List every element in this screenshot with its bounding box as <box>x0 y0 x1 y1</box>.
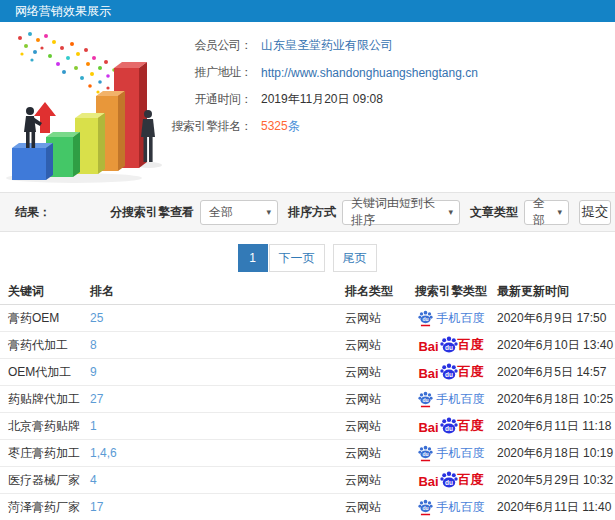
svg-text:du: du <box>422 451 428 457</box>
keyword-cell: OEM代加工 <box>0 364 90 381</box>
table-row: 菏泽膏药厂家 17 云网站 du <box>0 494 615 520</box>
svg-text:du: du <box>422 397 428 403</box>
rank-type-cell: 云网站 <box>345 364 405 381</box>
table-row: OEM代加工 9 云网站 Bai du <box>0 359 615 386</box>
company-link[interactable]: 山东皇圣堂药业有限公司 <box>261 37 393 54</box>
article-type-select[interactable]: 全部 ▾ <box>524 200 569 225</box>
info-row-url: 推广地址： http://www.shandonghuangshengtang.… <box>170 59 615 86</box>
rank-type-cell: 云网站 <box>345 310 405 327</box>
updated-time-cell: 2020年6月10日 13:40 <box>497 337 615 354</box>
keyword-cell: 医疗器械厂家 <box>0 472 90 489</box>
rank-link[interactable]: 25 <box>90 311 103 325</box>
baidu-paw-icon: du <box>440 363 458 381</box>
table-row: 北京膏药贴牌 1 云网站 Bai du <box>0 413 615 440</box>
rank-link[interactable]: 1 <box>90 419 97 433</box>
next-page-button[interactable]: 下一页 <box>269 244 325 272</box>
keyword-cell: 药贴牌代加工 <box>0 391 90 408</box>
baidu-logo: Bai du 百度 <box>418 417 483 435</box>
page-1-button[interactable]: 1 <box>238 244 268 272</box>
rank-link[interactable]: 9 <box>90 365 97 379</box>
results-table: 关键词 排名 排名类型 搜索引擎类型 最新更新时间 膏药OEM 25 云网站 <box>0 278 615 520</box>
svg-text:du: du <box>445 479 453 486</box>
keyword-cell: 膏药OEM <box>0 310 90 327</box>
submit-button[interactable]: 提交 <box>579 200 611 225</box>
rank-link[interactable]: 8 <box>90 338 97 352</box>
engine-select[interactable]: 全部 ▾ <box>200 200 278 225</box>
engine-cell: du 手机百度 <box>405 499 497 516</box>
last-page-button[interactable]: 尾页 <box>333 244 377 272</box>
rank-type-cell: 云网站 <box>345 445 405 462</box>
rank-type-cell: 云网站 <box>345 499 405 516</box>
up-arrow-icon <box>34 102 56 133</box>
info-section: 会员公司： 山东皇圣堂药业有限公司 推广地址： http://www.shand… <box>0 22 615 192</box>
col-header-rank: 排名 <box>90 283 345 300</box>
baidu-paw-icon: du <box>418 310 433 327</box>
promo-url-link[interactable]: http://www.shandonghuangshengtang.cn <box>261 66 478 80</box>
baidu-paw-icon: du <box>440 417 458 435</box>
bar-blue <box>12 143 53 180</box>
engine-cell: Bai du 百度 <box>405 417 497 435</box>
col-header-rank-type: 排名类型 <box>345 283 405 300</box>
engine-cell: Bai du 百度 <box>405 471 497 489</box>
page-title: 网络营销效果展示 <box>15 4 111 18</box>
baidu-logo: Bai du 百度 <box>418 363 483 381</box>
engine-cell: du 手机百度 <box>405 310 497 327</box>
keyword-cell: 北京膏药贴牌 <box>0 418 90 435</box>
updated-time-cell: 2020年6月18日 10:25 <box>497 391 615 408</box>
engine-cell: Bai du 百度 <box>405 363 497 381</box>
table-row: 膏药OEM 25 云网站 du <box>0 305 615 332</box>
confetti-dots <box>18 32 118 94</box>
mobile-baidu-badge: du 手机百度 <box>418 310 485 327</box>
baidu-paw-icon: du <box>418 445 433 462</box>
rank-type-cell: 云网站 <box>345 472 405 489</box>
updated-time-cell: 2020年6月9日 17:50 <box>497 310 615 327</box>
svg-text:du: du <box>422 505 428 511</box>
table-header-row: 关键词 排名 排名类型 搜索引擎类型 最新更新时间 <box>0 278 615 305</box>
engine-cell: du 手机百度 <box>405 391 497 408</box>
article-type-label: 文章类型 <box>470 204 518 221</box>
updated-time-cell: 2020年6月11日 11:40 <box>497 499 615 516</box>
svg-text:du: du <box>445 371 453 378</box>
mobile-baidu-badge: du 手机百度 <box>418 391 485 408</box>
table-row: 医疗器械厂家 4 云网站 Bai du <box>0 467 615 494</box>
open-time-value: 2019年11月20日 09:08 <box>261 91 383 108</box>
chevron-down-icon: ▾ <box>551 207 562 217</box>
updated-time-cell: 2020年6月11日 11:18 <box>497 418 615 435</box>
baidu-paw-icon: du <box>440 471 458 489</box>
engine-filter-label: 分搜索引擎查看 <box>110 204 194 221</box>
chevron-down-icon: ▾ <box>260 207 271 217</box>
keyword-cell: 菏泽膏药厂家 <box>0 499 90 516</box>
rank-link[interactable]: 17 <box>90 500 103 514</box>
sort-select[interactable]: 关键词由短到长排序 ▾ <box>342 200 460 225</box>
rank-link[interactable]: 1,4,6 <box>90 446 117 460</box>
svg-text:du: du <box>445 425 453 432</box>
promo-url-label: 推广地址： <box>170 64 252 81</box>
rank-link[interactable]: 27 <box>90 392 103 406</box>
engine-cell: du 手机百度 <box>405 445 497 462</box>
growth-chart-image <box>2 30 168 188</box>
svg-text:du: du <box>422 316 428 322</box>
rank-link[interactable]: 4 <box>90 473 97 487</box>
col-header-keyword: 关键词 <box>0 283 90 300</box>
sort-filter-label: 排序方式 <box>288 204 336 221</box>
rank-type-cell: 云网站 <box>345 418 405 435</box>
info-rows: 会员公司： 山东皇圣堂药业有限公司 推广地址： http://www.shand… <box>170 22 615 192</box>
keyword-cell: 枣庄膏药加工 <box>0 445 90 462</box>
engine-cell: Bai du 百度 <box>405 336 497 354</box>
filter-controls: 分搜索引擎查看 全部 ▾ 排序方式 关键词由短到长排序 ▾ 文章类型 全部 ▾ … <box>100 200 611 225</box>
filter-bar: 结果： 分搜索引擎查看 全部 ▾ 排序方式 关键词由短到长排序 ▾ 文章类型 全… <box>0 192 615 232</box>
pagination: 1 下一页 尾页 <box>0 244 615 272</box>
page-header: 网络营销效果展示 <box>0 0 615 22</box>
updated-time-cell: 2020年5月29日 10:32 <box>497 472 615 489</box>
bar-chart-illustration <box>0 22 170 192</box>
baidu-paw-icon: du <box>440 336 458 354</box>
page: 网络营销效果展示 <box>0 0 615 520</box>
info-row-rank-count: 搜索引擎排名： 5325条 <box>170 113 615 140</box>
updated-time-cell: 2020年6月18日 10:19 <box>497 445 615 462</box>
info-row-company: 会员公司： 山东皇圣堂药业有限公司 <box>170 32 615 59</box>
rank-count-value: 5325 <box>261 119 288 133</box>
baidu-logo: Bai du 百度 <box>418 336 483 354</box>
table-row: 药贴牌代加工 27 云网站 du <box>0 386 615 413</box>
info-row-open-time: 开通时间： 2019年11月20日 09:08 <box>170 86 615 113</box>
baidu-paw-icon: du <box>418 499 433 516</box>
